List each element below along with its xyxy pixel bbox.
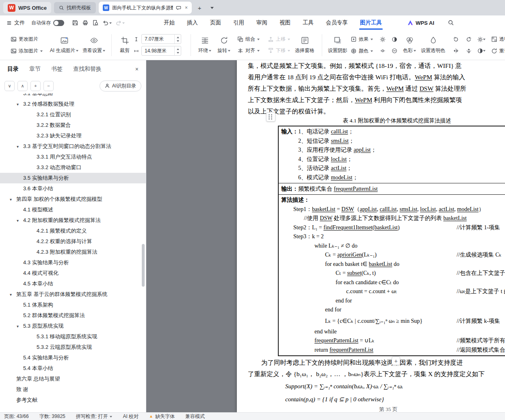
docer-template-tab[interactable]: 找稻壳模板 bbox=[54, 2, 96, 13]
document-page[interactable]: 集，模式是频繁上下文项集。例如，频繁模式 {18-19，宿舍，通话，WIFI} … bbox=[237, 60, 505, 412]
compatibility-mode[interactable]: 兼容模式 bbox=[180, 413, 210, 420]
toc-item[interactable]: 3.1 基本思路 bbox=[0, 94, 146, 99]
ai-recognize-toc-button[interactable]: AI识别目录 bbox=[100, 81, 141, 91]
set-transparent-color-button[interactable]: 设置透明色 bbox=[419, 32, 447, 58]
word-count[interactable]: 字数: 39825 bbox=[34, 413, 71, 420]
picture-width-input[interactable]: 14.98厘米 bbox=[141, 46, 181, 56]
width-increase-button[interactable] bbox=[175, 46, 181, 51]
print-preview-button[interactable] bbox=[91, 18, 100, 28]
flip-horizontal-button[interactable] bbox=[451, 46, 461, 56]
toc-item[interactable]: 5.2 群体频繁模式挖掘算法 bbox=[0, 310, 146, 321]
brightness-menu-button[interactable] bbox=[477, 34, 486, 45]
sidebar-close-icon[interactable]: × bbox=[135, 66, 139, 72]
file-menu-button[interactable]: 文件 bbox=[7, 19, 25, 26]
spellcheck-status[interactable]: 拼写检查: 打开 bbox=[71, 413, 118, 420]
height-decrease-button[interactable] bbox=[175, 39, 181, 44]
table-drag-handle[interactable] bbox=[266, 112, 275, 122]
zoom-in-button[interactable]: + bbox=[30, 81, 41, 91]
contrast-down-button[interactable] bbox=[389, 46, 400, 56]
toc-item[interactable]: 3.3.2 动态滑动窗口 bbox=[0, 162, 146, 173]
missing-font-warning[interactable]: ▲缺失字体 bbox=[144, 413, 180, 420]
toc-item[interactable]: 4.2.1 频繁模式的定义 bbox=[0, 226, 146, 236]
change-picture-button[interactable]: 更改图片 bbox=[9, 34, 48, 44]
redo-button[interactable] bbox=[114, 18, 126, 28]
toc-expand-arrow-icon[interactable]: ▾ bbox=[17, 102, 23, 107]
selection-pane-button[interactable]: 选择窗格 bbox=[292, 32, 318, 58]
search-icon[interactable] bbox=[446, 18, 456, 28]
toc-item[interactable]: 致 谢 bbox=[0, 384, 146, 395]
zoom-out-button[interactable]: − bbox=[43, 81, 54, 91]
menu-tab-picture-tools[interactable]: 图片工具 bbox=[354, 15, 388, 30]
new-tab-button[interactable]: + bbox=[195, 3, 204, 13]
document-tab-close-icon[interactable]: × bbox=[185, 5, 188, 11]
toc-item[interactable]: ▾5.3 原型系统实现 bbox=[0, 321, 146, 331]
contrast-up-button[interactable] bbox=[389, 34, 400, 45]
algorithm-table[interactable]: 输入： 1、电话记录 callList；2、短信记录 smsList；3、应用程… bbox=[278, 126, 505, 356]
autosave-control[interactable]: 自动保存 bbox=[31, 20, 64, 26]
move-down-button[interactable]: 下移 bbox=[266, 46, 292, 56]
toc-expand-arrow-icon[interactable]: ▾ bbox=[17, 218, 23, 223]
menu-tab-view[interactable]: 视图 bbox=[273, 15, 297, 30]
toc-item[interactable]: 3.6 本章小结 bbox=[0, 183, 146, 194]
redo-dropdown-icon[interactable] bbox=[122, 22, 125, 25]
rotate-button[interactable]: 旋转 bbox=[215, 32, 233, 58]
color-button[interactable]: 颜色 bbox=[349, 46, 377, 56]
toc-item[interactable]: ▾第五章 基于云的群体频繁模式挖掘系统 bbox=[0, 289, 146, 300]
toc-item[interactable]: 5.3.1 移动端原型系统实现 bbox=[0, 331, 146, 342]
document-tab[interactable]: W 面向手机上下文的纵向多源数 × bbox=[99, 2, 192, 14]
comment-bubble-icon[interactable] bbox=[176, 5, 181, 11]
group-button[interactable]: 组合 bbox=[236, 34, 261, 45]
tab-list-dropdown-button[interactable] bbox=[207, 3, 217, 13]
toc-item[interactable]: 4.3 实验结果与分析 bbox=[0, 257, 146, 268]
effects-button[interactable]: 效果 bbox=[349, 34, 377, 44]
toc-item[interactable]: 第六章 总结与展望 bbox=[0, 374, 146, 384]
toc-item[interactable]: 5.4 实验结果与分析 bbox=[0, 353, 146, 363]
toc-expand-arrow-icon[interactable]: ▾ bbox=[10, 292, 16, 297]
menu-tab-vip[interactable]: 会员专享 bbox=[320, 15, 354, 30]
save-button[interactable] bbox=[71, 18, 80, 28]
collapse-all-button[interactable]: ∨ bbox=[4, 81, 15, 91]
crop-button[interactable]: 裁剪 bbox=[116, 32, 134, 58]
toc-item[interactable]: 3.5 实验结果与分析 bbox=[0, 173, 146, 183]
toc-item[interactable]: 5.4 本章小结 bbox=[0, 363, 146, 374]
width-decrease-button[interactable] bbox=[175, 51, 181, 55]
toc-item[interactable]: 4.1 模型概述 bbox=[0, 205, 146, 215]
toc-expand-arrow-icon[interactable]: ▾ bbox=[17, 144, 23, 149]
brightness-down-button[interactable] bbox=[377, 46, 388, 56]
toc-item[interactable]: 5.3.2 云端原型系统实现 bbox=[0, 342, 146, 353]
toc-item[interactable]: 参考文献 bbox=[0, 395, 146, 405]
toc-item[interactable]: 4.4 模式可视化 bbox=[0, 268, 146, 279]
flip-vertical-button[interactable] bbox=[464, 46, 474, 56]
toc-item[interactable]: ▾4.2 附加权重的频繁模式挖掘算法 bbox=[0, 215, 146, 226]
toc-item[interactable]: 3.3.1 用户交互活动特点 bbox=[0, 152, 146, 162]
contrast-menu-button[interactable] bbox=[477, 46, 486, 56]
set-shadow-button[interactable]: 设置阴影 bbox=[326, 32, 349, 58]
toc-item[interactable]: 3.2.2 数据聚合 bbox=[0, 120, 146, 131]
menu-tab-tools[interactable]: 工具 bbox=[297, 15, 320, 30]
toc-item[interactable]: 4.2.2 权重的选择与计算 bbox=[0, 236, 146, 247]
toc-item[interactable]: 4.5 本章小结 bbox=[0, 279, 146, 289]
autosave-toggle[interactable] bbox=[53, 20, 64, 26]
transparency-button[interactable]: 透明度 bbox=[490, 34, 505, 44]
move-up-button[interactable]: 上移 bbox=[266, 34, 292, 45]
toc-item[interactable]: 3.2.3 缺失记录处理 bbox=[0, 131, 146, 141]
page-indicator[interactable]: 页面: 43/66 bbox=[4, 413, 34, 420]
picture-height-input[interactable]: 7.07厘米 bbox=[141, 34, 181, 44]
toc-item[interactable]: ▾第四章 加权的个体频繁模式挖掘模型 bbox=[0, 194, 146, 205]
ai-generate-picture-button[interactable]: AI 生成图片 bbox=[48, 32, 80, 58]
sidebar-tab-bookmarks[interactable]: 书签 bbox=[51, 65, 63, 73]
reset-picture-button[interactable]: 重设图片 bbox=[490, 46, 505, 56]
toc-item[interactable]: 5.1 体系架构 bbox=[0, 300, 146, 310]
undo-button[interactable] bbox=[101, 18, 113, 28]
sidebar-tab-toc[interactable]: 目录 bbox=[7, 65, 19, 73]
menu-tab-insert[interactable]: 插入 bbox=[181, 15, 204, 30]
menu-tab-cite[interactable]: 引用 bbox=[227, 15, 250, 30]
view-settings-button[interactable]: 查看设置 bbox=[80, 32, 107, 58]
sidebar-tab-find-replace[interactable]: 查找和替换 bbox=[73, 65, 102, 73]
rotate-right-button[interactable] bbox=[464, 34, 474, 45]
menu-tab-start[interactable]: 开始 bbox=[158, 15, 181, 30]
brightness-up-button[interactable] bbox=[377, 34, 388, 45]
color-tone-button[interactable]: 色彩 bbox=[400, 32, 419, 58]
rotate-left-button[interactable] bbox=[451, 34, 461, 45]
height-increase-button[interactable] bbox=[175, 35, 181, 39]
